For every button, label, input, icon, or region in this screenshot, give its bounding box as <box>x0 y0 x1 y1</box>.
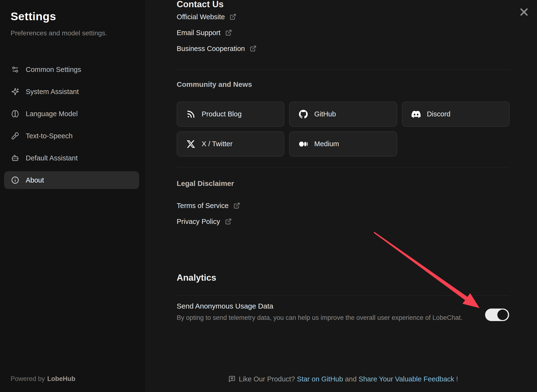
official-website-link[interactable]: Official Website <box>177 12 256 22</box>
sliders-icon <box>11 66 19 73</box>
button-label: GitHub <box>314 110 336 118</box>
brain-icon <box>11 110 19 118</box>
sidebar-item-default-assistant[interactable]: Default Assistant <box>4 149 139 167</box>
external-link-icon <box>225 218 232 225</box>
x-twitter-button[interactable]: X / Twitter <box>177 131 284 157</box>
section-divider <box>177 167 510 167</box>
close-icon <box>519 7 529 17</box>
link-label: Official Website <box>177 13 225 21</box>
sidebar-item-text-to-speech[interactable]: Text-to-Speech <box>4 127 139 145</box>
close-button[interactable] <box>517 5 531 19</box>
community-buttons: Product Blog GitHub Discord X / Twitter <box>177 101 510 157</box>
external-link-icon <box>230 13 236 20</box>
link-label: Business Cooperation <box>177 45 245 53</box>
mic-icon <box>11 132 19 140</box>
sidebar-item-label: Text-to-Speech <box>26 132 73 140</box>
powered-by: Powered byLobeHub <box>11 375 75 383</box>
share-feedback-link[interactable]: Share Your Valuable Feedback <box>359 375 454 383</box>
button-label: Discord <box>427 110 450 118</box>
product-blog-button[interactable]: Product Blog <box>177 101 284 127</box>
bot-icon <box>11 154 19 162</box>
info-icon <box>11 176 19 184</box>
sidebar-item-label: Common Settings <box>26 66 81 74</box>
usage-data-label: Send Anonymous Usage Data <box>177 302 273 310</box>
footer-text: Like Our Product? <box>239 375 297 383</box>
rss-icon <box>186 110 195 119</box>
sidebar-item-label: Default Assistant <box>26 154 78 162</box>
sidebar-item-about[interactable]: About <box>4 171 139 189</box>
powered-by-text: Powered by <box>11 375 45 382</box>
link-label: Terms of Service <box>177 202 229 210</box>
sparkles-icon <box>11 88 19 95</box>
sidebar-item-label: Language Model <box>26 110 78 118</box>
discord-icon <box>412 110 421 119</box>
usage-data-toggle[interactable] <box>485 309 509 321</box>
button-label: X / Twitter <box>202 140 232 148</box>
link-label: Email Support <box>177 29 220 37</box>
analytics-heading: Analytics <box>177 273 216 283</box>
section-divider <box>177 69 510 70</box>
email-support-link[interactable]: Email Support <box>177 27 256 38</box>
terms-of-service-link[interactable]: Terms of Service <box>177 200 240 211</box>
about-panel: Contact Us Official Website Email Suppor… <box>146 0 537 392</box>
medium-button[interactable]: Medium <box>289 131 397 157</box>
external-link-icon <box>225 29 232 36</box>
footer-text: and <box>343 375 359 383</box>
button-label: Medium <box>314 140 339 148</box>
github-button[interactable]: GitHub <box>289 101 397 127</box>
contact-links: Official Website Email Support Business … <box>177 12 256 59</box>
toggle-knob <box>497 310 508 320</box>
community-heading: Community and News <box>177 80 252 89</box>
page-subtitle: Preferences and model settings. <box>11 29 107 37</box>
link-label: Privacy Policy <box>177 218 220 226</box>
discord-button[interactable]: Discord <box>402 101 510 127</box>
page-title: Settings <box>11 10 56 23</box>
external-link-icon <box>250 45 256 52</box>
github-icon <box>299 110 308 119</box>
sidebar-item-label: System Assistant <box>26 88 79 96</box>
contact-us-heading: Contact Us <box>177 0 224 9</box>
medium-icon <box>299 139 308 149</box>
sidebar-item-label: About <box>26 176 44 184</box>
business-cooperation-link[interactable]: Business Cooperation <box>177 43 256 54</box>
legal-links: Terms of Service Privacy Policy <box>177 200 240 232</box>
product-footer: Like Our Product? Star on GitHub and Sha… <box>177 375 510 383</box>
section-divider <box>177 295 510 296</box>
external-link-icon <box>233 202 240 209</box>
settings-page: Settings Preferences and model settings.… <box>0 0 537 392</box>
x-twitter-icon <box>186 139 195 149</box>
lobehub-logo: LobeHub <box>47 375 75 382</box>
usage-data-description: By opting to send telemetry data, you ca… <box>177 314 462 322</box>
button-label: Product Blog <box>202 110 242 118</box>
feedback-icon <box>228 375 236 383</box>
privacy-policy-link[interactable]: Privacy Policy <box>177 216 240 227</box>
settings-nav: Common Settings System Assistant Languag… <box>4 61 139 193</box>
sidebar-item-system-assistant[interactable]: System Assistant <box>4 83 139 101</box>
sidebar: Settings Preferences and model settings.… <box>0 0 146 392</box>
star-on-github-link[interactable]: Star on GitHub <box>297 375 343 383</box>
sidebar-item-common-settings[interactable]: Common Settings <box>4 61 139 78</box>
legal-heading: Legal Disclaimer <box>177 179 234 188</box>
sidebar-item-language-model[interactable]: Language Model <box>4 105 139 123</box>
footer-text: ! <box>454 375 458 383</box>
